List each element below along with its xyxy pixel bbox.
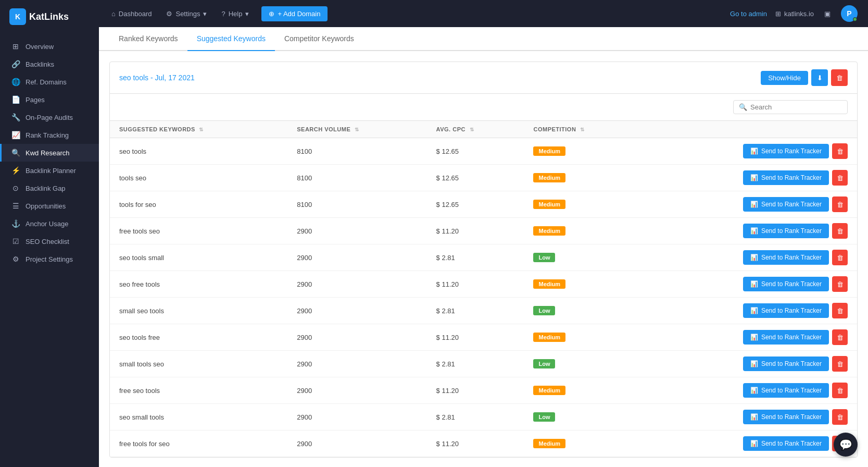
competition-badge: Low (533, 359, 555, 368)
delete-row-button[interactable]: 🗑 (832, 143, 848, 159)
sidebar-item-overview[interactable]: ⊞ Overview (0, 38, 99, 55)
delete-row-button[interactable]: 🗑 (832, 303, 848, 318)
panel-title: seo tools - Jul, 17 2021 (119, 73, 195, 82)
delete-row-button[interactable]: 🗑 (832, 329, 848, 345)
delete-row-button[interactable]: 🗑 (832, 223, 848, 239)
sidebar-item-seo-checklist[interactable]: ☑ SEO Checklist (0, 232, 99, 250)
tracker-icon: 📊 (750, 227, 758, 235)
search-input[interactable] (750, 103, 842, 111)
send-to-tracker-button[interactable]: 📊 Send to Rank Tracker (743, 170, 829, 185)
cell-volume: 8100 (287, 138, 426, 165)
sidebar-icon-seo-checklist: ☑ (11, 237, 20, 245)
cell-competition: Medium (524, 377, 644, 404)
add-domain-button[interactable]: ⊕ + Add Domain (261, 6, 328, 21)
settings-nav[interactable]: ⚙ Settings ▾ (164, 7, 209, 21)
send-to-tracker-button[interactable]: 📊 Send to Rank Tracker (743, 224, 829, 238)
delete-row-button[interactable]: 🗑 (832, 196, 848, 212)
send-tracker-label: Send to Rank Tracker (761, 148, 822, 155)
cell-cpc: $ 11.20 (427, 431, 524, 457)
col-header-volume[interactable]: SEARCH VOLUME ⇅ (287, 121, 426, 138)
delete-row-button[interactable]: 🗑 (832, 276, 848, 292)
tracker-icon: 📊 (750, 413, 758, 421)
send-to-tracker-button[interactable]: 📊 Send to Rank Tracker (743, 303, 829, 318)
competition-badge: Medium (533, 200, 565, 209)
tab-ranked[interactable]: Ranked Keywords (109, 27, 187, 51)
sidebar-item-ref-domains[interactable]: 🌐 Ref. Domains (0, 73, 99, 91)
sidebar-item-pages[interactable]: 📄 Pages (0, 91, 99, 108)
send-to-tracker-button[interactable]: 📊 Send to Rank Tracker (743, 383, 829, 398)
table-header: SUGGESTED KEYWORDS ⇅SEARCH VOLUME ⇅AVG. … (110, 121, 857, 138)
sidebar-item-project-settings[interactable]: ⚙ Project Settings (0, 250, 99, 268)
send-tracker-label: Send to Rank Tracker (761, 227, 822, 235)
sidebar-item-backlink-gap[interactable]: ⊙ Backlink Gap (0, 179, 99, 197)
delete-row-button[interactable]: 🗑 (832, 170, 848, 186)
send-to-tracker-button[interactable]: 📊 Send to Rank Tracker (743, 277, 829, 291)
main-area: ⌂ Dashboard ⚙ Settings ▾ ? Help ▾ ⊕ + Ad… (99, 0, 868, 467)
cell-keyword: small tools seo (110, 351, 287, 377)
col-header-competition[interactable]: COMPETITION ⇅ (524, 121, 644, 138)
send-to-tracker-button[interactable]: 📊 Send to Rank Tracker (743, 330, 829, 345)
cell-cpc: $ 11.20 (427, 271, 524, 298)
chat-icon: 💬 (839, 438, 852, 451)
sidebar-item-rank-tracking[interactable]: 📈 Rank Tracking (0, 126, 99, 144)
cell-cpc: $ 11.20 (427, 218, 524, 244)
cell-competition: Medium (524, 191, 644, 218)
send-to-tracker-button[interactable]: 📊 Send to Rank Tracker (743, 144, 829, 158)
send-to-tracker-button[interactable]: 📊 Send to Rank Tracker (743, 436, 829, 451)
dashboard-nav[interactable]: ⌂ Dashboard (109, 7, 154, 21)
send-tracker-label: Send to Rank Tracker (761, 174, 822, 181)
send-to-tracker-button[interactable]: 📊 Send to Rank Tracker (743, 357, 829, 371)
sidebar-item-backlinks[interactable]: 🔗 Backlinks (0, 55, 99, 73)
sidebar-item-anchor-usage[interactable]: ⚓ Anchor Usage (0, 215, 99, 232)
domain-selector[interactable]: ⊞ katlinks.io (775, 10, 814, 18)
actions-cell: 📊 Send to Rank Tracker 🗑 (653, 250, 848, 265)
delete-icon: 🗑 (837, 201, 844, 208)
delete-row-button[interactable]: 🗑 (832, 250, 848, 265)
sidebar-item-kwd-research[interactable]: 🔍 Kwd Research (0, 144, 99, 162)
search-icon: 🔍 (739, 103, 747, 111)
cell-cpc: $ 2.81 (427, 351, 524, 377)
admin-link[interactable]: Go to admin (730, 10, 767, 18)
sidebar-item-opportunities[interactable]: ☰ Opportunities (0, 197, 99, 215)
download-button[interactable]: ⬇ (811, 69, 828, 86)
notifications-nav[interactable]: ▣ (822, 7, 833, 21)
col-header-keyword[interactable]: SUGGESTED KEYWORDS ⇅ (110, 121, 287, 138)
send-to-tracker-button[interactable]: 📊 Send to Rank Tracker (743, 410, 829, 424)
table-row: tools seo 8100 $ 12.65 Medium 📊 Send to … (110, 165, 857, 191)
sidebar-item-backlink-planner[interactable]: ⚡ Backlink Planner (0, 162, 99, 179)
dashboard-icon: ⌂ (111, 10, 116, 18)
sidebar-icon-pages: 📄 (11, 95, 20, 104)
delete-icon: 🗑 (837, 360, 844, 368)
col-header-cpc[interactable]: AVG. CPC ⇅ (427, 121, 524, 138)
actions-cell: 📊 Send to Rank Tracker 🗑 (653, 223, 848, 239)
cell-volume: 2900 (287, 351, 426, 377)
tab-competitor[interactable]: Competitor Keywords (275, 27, 363, 51)
table-row: small seo tools 2900 $ 2.81 Low 📊 Send t… (110, 298, 857, 324)
tab-suggested[interactable]: Suggested Keywords (187, 27, 275, 51)
sidebar-icon-overview: ⊞ (11, 42, 20, 51)
avatar[interactable]: P (841, 5, 858, 22)
send-to-tracker-button[interactable]: 📊 Send to Rank Tracker (743, 250, 829, 265)
delete-icon: 🗑 (837, 387, 844, 395)
delete-panel-button[interactable]: 🗑 (831, 69, 848, 86)
cell-actions: 📊 Send to Rank Tracker 🗑 (644, 191, 857, 218)
send-to-tracker-button[interactable]: 📊 Send to Rank Tracker (743, 197, 829, 212)
delete-row-button[interactable]: 🗑 (832, 409, 848, 425)
sidebar-item-on-page-audits[interactable]: 🔧 On-Page Audits (0, 108, 99, 126)
cell-volume: 2900 (287, 431, 426, 457)
delete-icon: 🗑 (837, 280, 844, 288)
competition-badge: Medium (533, 386, 565, 395)
avatar-letter: P (847, 9, 851, 18)
delete-row-button[interactable]: 🗑 (832, 356, 848, 372)
delete-icon: 🗑 (837, 227, 844, 235)
col-header-actions (644, 121, 857, 138)
delete-row-button[interactable]: 🗑 (832, 383, 848, 398)
chat-bubble[interactable]: 💬 (834, 433, 858, 457)
help-nav[interactable]: ? Help ▾ (219, 7, 251, 21)
sidebar-icon-rank-tracking: 📈 (11, 131, 20, 139)
cell-cpc: $ 2.81 (427, 404, 524, 431)
delete-icon: 🗑 (837, 413, 844, 421)
panel-header-actions: Show/Hide ⬇ 🗑 (761, 69, 848, 86)
cell-cpc: $ 2.81 (427, 244, 524, 271)
show-hide-button[interactable]: Show/Hide (761, 71, 808, 85)
